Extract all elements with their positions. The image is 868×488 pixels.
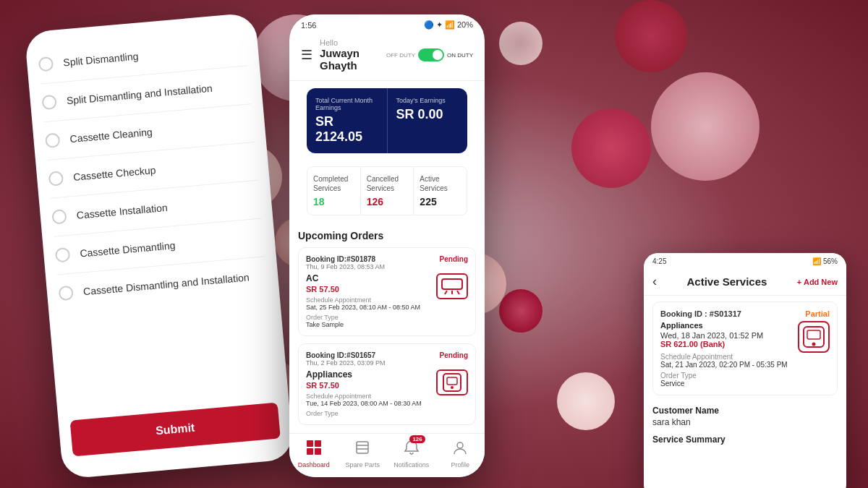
radio-label: Split Dismantling — [63, 51, 139, 69]
order-card-2[interactable]: Booking ID:#S01657 Thu, 2 Feb 2023, 03:0… — [298, 343, 476, 425]
svg-point-6 — [451, 386, 454, 389]
time: 1:56 — [301, 21, 316, 30]
radio-circle[interactable] — [51, 209, 67, 225]
svg-rect-7 — [307, 440, 313, 447]
radio-label: Cassette Cleaning — [69, 126, 153, 145]
radio-circle[interactable] — [45, 132, 61, 148]
booking-header: Booking ID : #S01317 Partial — [660, 309, 830, 318]
radio-label: Cassette Dismantling and Installation — [82, 271, 250, 297]
total-earnings-label: Total Current Month Earnings — [315, 97, 378, 111]
profile-icon — [452, 440, 468, 459]
radio-label: Cassette Installation — [76, 202, 168, 221]
right-phone: 4:25 📶 56% ‹ Active Services + Add New B… — [644, 253, 846, 488]
nav-item-spare-parts[interactable]: Spare Parts — [339, 440, 388, 468]
earnings-section: Total Current Month Earnings SR 2124.05 … — [289, 81, 485, 153]
earnings-card: Total Current Month Earnings SR 2124.05 … — [307, 88, 467, 153]
left-phone: Split Dismantling Split Dismantling and … — [25, 12, 294, 479]
order-body-2: Appliances SR 57.50 Schedule Appointment… — [306, 369, 468, 417]
schedule-appointment-value: Sat, 21 Jan 2023, 02:20 PM - 05:35 PM — [660, 361, 798, 369]
customer-name-section: Customer Name — [644, 401, 846, 417]
upcoming-orders-title: Upcoming Orders — [289, 230, 485, 247]
order-type-value: Take Sample — [306, 321, 436, 328]
order-price: SR 57.50 — [306, 285, 436, 294]
total-earnings-value: SR 2124.05 — [315, 114, 378, 145]
submit-button[interactable]: Submit — [70, 403, 281, 457]
appliance-icon — [436, 369, 468, 395]
nav-item-notifications[interactable]: 126 Notifications — [387, 440, 436, 468]
nav-spare-parts-label: Spare Parts — [345, 461, 380, 468]
radio-circle[interactable] — [58, 286, 74, 301]
radio-label: Split Dismantling and Installation — [66, 82, 213, 107]
services-stats: Completed Services 18 Cancelled Services… — [289, 160, 485, 230]
booking-card[interactable]: Booking ID : #S01317 Partial Appliances … — [652, 301, 838, 395]
cancelled-value: 126 — [367, 196, 408, 207]
completed-value: 18 — [313, 196, 354, 207]
radio-circle[interactable] — [48, 171, 64, 187]
hamburger-icon[interactable]: ☰ — [301, 47, 312, 63]
right-status-bar: 4:25 📶 56% — [644, 253, 846, 268]
svg-rect-0 — [442, 279, 462, 289]
order-header-2: Booking ID:#S01657 Thu, 2 Feb 2023, 03:0… — [306, 351, 468, 367]
booking-id-text: Booking ID : #S01317 — [660, 309, 741, 318]
booking-date: Thu, 9 Feb 2023, 08:53 AM — [306, 263, 385, 270]
center-phone: 1:56 🔵 ✦ 📶 20% ☰ Hello Juwayn Ghayth OFF… — [289, 14, 485, 477]
right-status-icons: 📶 56% — [812, 257, 838, 265]
pending-badge: Pending — [440, 255, 468, 263]
duty-toggle[interactable]: OFF DUTY ON DUTY — [386, 48, 473, 61]
radio-circle[interactable] — [38, 56, 54, 72]
schedule-appointment-label: Schedule Appointment — [660, 353, 798, 361]
service-summary-section: Service Summary — [644, 430, 846, 446]
center-scroll-area: Total Current Month Earnings SR 2124.05 … — [289, 81, 485, 442]
booking-body: Appliances Wed, 18 Jan 2023, 01:52 PM SR… — [660, 321, 830, 388]
order-type-label-2: Order Type — [306, 410, 436, 417]
toggle-track[interactable] — [418, 48, 444, 61]
completed-label: Completed Services — [313, 174, 354, 193]
radio-circle[interactable] — [55, 247, 71, 263]
active-value: 225 — [420, 196, 461, 207]
order-type-2: Appliances — [306, 369, 436, 380]
toggle-thumb — [433, 50, 443, 60]
dashboard-icon — [306, 440, 322, 459]
right-time: 4:25 — [652, 257, 666, 265]
nav-item-dashboard[interactable]: Dashboard — [289, 440, 339, 468]
schedule-value: Sat, 25 Feb 2023, 08:10 AM - 08:50 AM — [306, 304, 436, 311]
partial-badge: Partial — [805, 309, 830, 318]
cancelled-label: Cancelled Services — [367, 174, 408, 193]
order-type-label: Order Type — [306, 314, 436, 321]
off-duty-label: OFF DUTY — [386, 52, 415, 59]
order-details-1: AC SR 57.50 Schedule Appointment Sat, 25… — [306, 273, 436, 328]
active-label: Active Services — [420, 174, 461, 193]
active-services-stat: Active Services 225 — [414, 167, 467, 215]
back-arrow-icon[interactable]: ‹ — [652, 274, 657, 289]
order-id-date: Booking ID:#S01878 Thu, 9 Feb 2023, 08:5… — [306, 255, 385, 270]
active-services-title: Active Services — [663, 275, 791, 288]
right-header: ‹ Active Services + Add New — [644, 268, 846, 296]
svg-rect-9 — [307, 448, 313, 455]
total-earnings: Total Current Month Earnings SR 2124.05 — [307, 88, 388, 153]
radio-circle[interactable] — [41, 95, 57, 111]
booking-type: Appliances — [660, 321, 798, 330]
booking-id-2: Booking ID:#S01657 — [306, 351, 386, 359]
svg-rect-8 — [315, 440, 321, 447]
status-icons: 🔵 ✦ 📶 20% — [424, 20, 473, 30]
order-header-1: Booking ID:#S01878 Thu, 9 Feb 2023, 08:5… — [306, 255, 468, 270]
schedule-label: Schedule Appointment — [306, 296, 436, 304]
svg-line-1 — [445, 291, 447, 294]
spare-parts-icon — [354, 440, 370, 459]
schedule-value-2: Tue, 14 Feb 2023, 08:00 AM - 08:30 AM — [306, 400, 436, 407]
customer-name-value: sara khan — [644, 417, 846, 430]
booking-details: Appliances Wed, 18 Jan 2023, 01:52 PM SR… — [660, 321, 798, 388]
add-new-button[interactable]: + Add New — [797, 278, 838, 286]
svg-line-3 — [457, 291, 459, 294]
completed-services-stat: Completed Services 18 — [307, 167, 361, 215]
svg-point-17 — [812, 343, 816, 346]
nav-item-profile[interactable]: Profile — [436, 440, 485, 468]
order-type-field-value: Service — [660, 380, 798, 388]
pending-badge-2: Pending — [440, 351, 468, 359]
svg-rect-11 — [357, 442, 368, 453]
order-card-1[interactable]: Booking ID:#S01878 Thu, 9 Feb 2023, 08:5… — [298, 247, 476, 336]
hello-text: Hello — [320, 38, 379, 47]
booking-date-text: Wed, 18 Jan 2023, 01:52 PM — [660, 331, 798, 340]
order-id-date-2: Booking ID:#S01657 Thu, 2 Feb 2023, 03:0… — [306, 351, 386, 367]
booking-price: SR 621.00 (Bank) — [660, 340, 798, 348]
